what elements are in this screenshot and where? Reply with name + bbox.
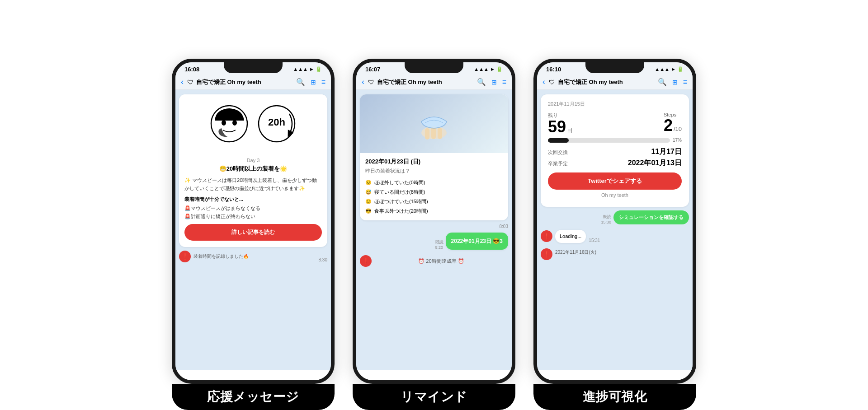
nav-title-1: 自宅で矯正 Oh my teeth [196, 78, 293, 86]
search-icon-3[interactable]: 🔍 [658, 78, 667, 86]
progress-fill-3 [548, 138, 569, 143]
search-icon-2[interactable]: 🔍 [477, 78, 486, 86]
sim-timestamp-3: 既読 15:30 [601, 214, 611, 224]
grid-icon-1[interactable]: ⊞ [311, 79, 316, 86]
progress-top-row: 残り 59 日 Steps 2 /10 [548, 112, 682, 135]
shield-icon-1: 🛡 [187, 79, 193, 86]
green-bubble-2: 2022年01月23日 😎3 [446, 233, 508, 250]
option-2-2[interactable]: 😅 寝ている間だけ(8時間) [365, 187, 503, 197]
nav-title-2: 自宅で矯正 Oh my teeth [377, 78, 474, 86]
menu-icon-1[interactable]: ≡ [321, 78, 326, 86]
next-exchange-value: 11月17日 [651, 147, 682, 157]
back-icon-1[interactable]: ‹ [181, 77, 184, 87]
steps-value: 2 [664, 117, 673, 134]
phone-3-wrapper: 16:10 ▲▲▲ ► 🔋 ‹ 🛡 自宅で矯正 Oh my teeth 🔍 ⊞ … [533, 59, 696, 410]
notif-row-2: ❗ ⏰ 20時間達成率 ⏰ [360, 255, 508, 267]
timestamp-1: 8:30 [319, 257, 327, 262]
timestamp-card-2: 8:03 [500, 224, 508, 229]
graduation-value: 2022年01月13日 [628, 158, 682, 168]
phone-1-notch [224, 62, 283, 73]
status-icons-3: ▲▲▲ ► 🔋 [655, 66, 684, 72]
sim-btn-3[interactable]: シミュレーションを確認する [613, 210, 689, 224]
next-exchange-label: 次回交換 [548, 149, 568, 156]
progress-bar-3 [548, 138, 670, 143]
svg-rect-6 [425, 128, 429, 140]
steps-block: Steps 2 /10 [664, 112, 682, 135]
twitter-btn-3[interactable]: Twitterでシェアする [548, 172, 682, 190]
option-3-2[interactable]: 🙂 ほぼつけていた(15時間) [365, 197, 503, 206]
opt3-text: ほぼつけていた(15時間) [374, 198, 428, 205]
vol-up-btn-3 [533, 116, 535, 135]
loading-bubble-3: Loading... [555, 230, 586, 243]
svg-point-2 [232, 120, 237, 126]
page-container: 16:08 ▲▲▲ ► 🔋 ‹ 🛡 自宅で矯正 Oh my teeth 🔍 ⊞ … [0, 0, 868, 410]
caption-2: リマインド [353, 384, 515, 410]
chat-card-2: 2022年01月23日 (日) 昨日の装着状況は？ 😟 ほぼ外していた(0時間)… [360, 94, 508, 220]
vol-up-btn [172, 116, 173, 135]
nav-bar-2: ‹ 🛡 自宅で矯正 Oh my teeth 🔍 ⊞ ≡ [356, 75, 512, 90]
illustration-1: 20h [179, 94, 327, 153]
card-body-1: Day 3 😬20時間以上の装着を🌟 ✨ マウスピースは毎日20時間以上装着し、… [179, 153, 327, 247]
vol-down-btn [172, 139, 173, 157]
progress-date-3: 2021年11月15日 [548, 101, 682, 107]
shield-icon-2: 🛡 [368, 79, 374, 86]
day-label: Day 3 [184, 158, 322, 163]
progress-pct-3: 17% [673, 138, 682, 143]
caption-3: 進捗可視化 [533, 384, 696, 410]
read-more-btn-1[interactable]: 詳しい記事を読む [184, 224, 322, 241]
nav-title-3: 自宅で矯正 Oh my teeth [558, 78, 655, 86]
nav-bar-3: ‹ 🛡 自宅で矯正 Oh my teeth 🔍 ⊞ ≡ [537, 75, 693, 90]
progress-bar-row: 17% [548, 138, 682, 143]
svg-rect-8 [438, 128, 442, 139]
back-icon-2[interactable]: ‹ [362, 77, 364, 87]
card-date-2: 2022年01月23日 (日) [365, 158, 503, 166]
loading-timestamp-3: 15:31 [589, 238, 600, 243]
power-btn-3 [695, 126, 696, 150]
option-4-2[interactable]: 😎 食事以外つけた(20時間) [365, 206, 503, 216]
phone-2-frame: 16:07 ▲▲▲ ► 🔋 ‹ 🛡 自宅で矯正 Oh my teeth 🔍 ⊞ … [353, 59, 515, 384]
opt2-emoji: 😅 [365, 189, 372, 195]
sim-row-3: 既読 15:30 シミュレーションを確認する [541, 210, 689, 224]
progress-card-3: 2021年11月15日 残り 59 日 Steps 2 [541, 94, 689, 207]
opt3-emoji: 🙂 [365, 199, 372, 205]
read-receipt-2: 既読 9:20 [435, 239, 443, 250]
vol-down-btn-2 [353, 139, 354, 157]
grid-icon-3[interactable]: ⊞ [672, 79, 678, 86]
phone-2-wrapper: 16:07 ▲▲▲ ► 🔋 ‹ 🛡 自宅で矯正 Oh my teeth 🔍 ⊞ … [353, 59, 515, 410]
bottom-date-3: 2021年11月16日(火) [555, 248, 596, 256]
opt4-text: 食事以外つけた(20時間) [374, 208, 428, 214]
vol-down-btn-3 [533, 139, 535, 157]
opt1-text: ほぼ外していた(0時間) [374, 179, 425, 186]
svg-text:20h: 20h [268, 116, 285, 128]
opt1-emoji: 😟 [365, 180, 372, 186]
opt2-text: 寝ている間だけ(8時間) [374, 189, 425, 196]
face-illustration [210, 105, 249, 143]
grid-icon-2[interactable]: ⊞ [491, 79, 497, 86]
clock-illustration: 20h [258, 105, 296, 143]
menu-icon-3[interactable]: ≡ [683, 78, 687, 86]
msg-warning-1: 装着時間が十分でないと... 🚨マウスピースがはまらなくなる 🚨計画通りに矯正が… [184, 196, 322, 220]
menu-icon-2[interactable]: ≡ [502, 78, 506, 86]
status-time-1: 16:08 [184, 66, 199, 73]
reminder-text-2: ⏰ 20時間達成率 ⏰ [374, 258, 508, 265]
option-1-2[interactable]: 😟 ほぼ外していた(0時間) [365, 178, 503, 187]
phone-3-notch [585, 62, 644, 73]
remaining-block: 残り 59 日 [548, 112, 573, 135]
phone-3-frame: 16:10 ▲▲▲ ► 🔋 ‹ 🛡 自宅で矯正 Oh my teeth 🔍 ⊞ … [533, 59, 696, 384]
aligner-image [360, 94, 508, 153]
power-btn [333, 126, 335, 150]
msg-body-1: ✨ マウスピースは毎日20時間以上装着し、歯を少しずつ動かしていくことで理想の歯… [184, 177, 322, 192]
graduation-row: 卒業予定 2022年01月13日 [548, 158, 682, 168]
status-icons-2: ▲▲▲ ► 🔋 [474, 66, 503, 72]
chat-area-3: 2021年11月15日 残り 59 日 Steps 2 [537, 90, 693, 370]
green-row-2: 既読 9:20 2022年01月23日 😎3 [360, 233, 508, 250]
notif-icon-1: ❗ [179, 251, 191, 262]
graduation-label: 卒業予定 [548, 160, 568, 167]
steps-value-block: 2 /10 [664, 117, 682, 134]
card-question-2: 昨日の装着状況は？ [365, 168, 503, 174]
search-icon-1[interactable]: 🔍 [296, 78, 305, 86]
illustration-card-1: 20h Day 3 😬20時間以上の装着を🌟 ✨ マウスピースは毎日20時間以上… [179, 94, 327, 247]
back-icon-3[interactable]: ‹ [542, 77, 545, 87]
shield-icon-3: 🛡 [549, 79, 555, 86]
svg-point-1 [222, 120, 226, 126]
